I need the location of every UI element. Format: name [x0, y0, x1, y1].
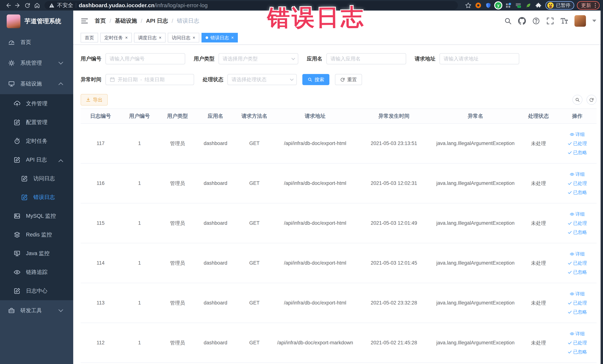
actions-cell: 详细已处理已忽略: [558, 243, 596, 283]
extension-green-y-icon[interactable]: y: [494, 1, 503, 10]
help-icon[interactable]: [532, 17, 540, 25]
calendar-icon: [110, 77, 115, 82]
mark-processed-link[interactable]: 已处理: [568, 220, 587, 226]
breadcrumb-item[interactable]: API 日志: [146, 17, 168, 25]
tab-error-log[interactable]: 错误日志×: [201, 33, 238, 42]
user-type-select[interactable]: [219, 53, 298, 64]
fullscreen-icon[interactable]: [546, 17, 554, 25]
sidebar-item-error-log[interactable]: 错误日志: [0, 188, 73, 207]
sidebar-item-dev-tools[interactable]: 研发工具: [0, 300, 73, 321]
mark-ignored-link[interactable]: 已忽略: [568, 269, 587, 275]
exception-cell: java.lang.IllegalArgumentException: [432, 203, 519, 243]
browser-menu-icon[interactable]: [593, 3, 597, 8]
app-name-input[interactable]: [331, 56, 402, 62]
browser-reload-icon[interactable]: [23, 1, 32, 10]
security-warning-icon[interactable]: [49, 3, 55, 8]
sidebar-item-tracing[interactable]: 链路追踪: [0, 263, 73, 282]
mark-ignored-link[interactable]: 已忽略: [568, 189, 587, 195]
request-url-cell: /api/infra/db-doc/export-html: [274, 124, 356, 163]
time-cell: 2021-05-02 21:45:28: [356, 323, 432, 363]
sidebar-item-java-monitor[interactable]: Java 监控: [0, 244, 73, 263]
search-icon[interactable]: [504, 17, 512, 25]
sidebar-item-mysql-monitor[interactable]: MySQL 监控: [0, 207, 73, 225]
breadcrumb-item[interactable]: 首页: [95, 17, 106, 25]
status-cell: 未处理: [519, 124, 558, 163]
page-scrollbar[interactable]: [601, 11, 603, 364]
user-id-input[interactable]: [110, 56, 181, 62]
sidebar-item-redis-monitor[interactable]: Redis 监控: [0, 225, 73, 244]
detail-link[interactable]: 详细: [570, 331, 585, 337]
sidebar-item-config-manage[interactable]: 配置管理: [0, 113, 73, 132]
sidebar-item-system[interactable]: 系统管理: [0, 53, 73, 73]
request-url-input[interactable]: [444, 56, 515, 62]
actions-cell: 详细已处理已忽略: [558, 203, 596, 243]
tab-cron-job[interactable]: 定时任务×: [100, 33, 132, 42]
process-status-select[interactable]: [227, 74, 297, 85]
sidebar-item-api-log[interactable]: API 日志: [0, 150, 73, 169]
sidebar-item-access-log[interactable]: 访问日志: [0, 169, 73, 188]
refresh-button[interactable]: [587, 95, 596, 105]
sidebar-item-infra[interactable]: 基础设施: [0, 73, 73, 94]
mark-processed-link[interactable]: 已处理: [568, 140, 587, 146]
extension-leaf-icon[interactable]: [524, 1, 533, 10]
detail-link[interactable]: 详细: [570, 291, 585, 297]
user-avatar[interactable]: [574, 15, 586, 27]
sidebar-item-log-center[interactable]: 日志中心: [0, 282, 73, 300]
detail-link[interactable]: 详细: [570, 131, 585, 137]
close-icon[interactable]: ×: [159, 35, 162, 40]
detail-link[interactable]: 详细: [570, 251, 585, 257]
url-text[interactable]: dashboard.yudao.iocoder.cn/infra/log/api…: [79, 2, 208, 9]
export-button[interactable]: 导出: [81, 94, 108, 106]
mark-processed-link[interactable]: 已处理: [568, 180, 587, 186]
exception-time-range-picker[interactable]: 开始日期 - 结束日期: [105, 74, 194, 85]
table-toolbar: 导出: [81, 94, 596, 106]
mark-ignored-link[interactable]: 已忽略: [568, 349, 587, 355]
avatar-caret-icon[interactable]: [592, 20, 596, 22]
mark-processed-link[interactable]: 已处理: [568, 260, 587, 266]
close-icon[interactable]: ×: [193, 35, 195, 40]
sidebar-item-home[interactable]: 首页: [0, 32, 73, 53]
detail-link[interactable]: 详细: [570, 211, 585, 217]
sidebar-item-file-manage[interactable]: 文件管理: [0, 94, 73, 113]
sidebar-toggle-icon[interactable]: [81, 17, 88, 25]
reset-button[interactable]: 重置: [335, 74, 362, 85]
security-label[interactable]: 不安全: [57, 2, 73, 9]
app-logo[interactable]: 芋道管理系统: [0, 11, 73, 32]
user-type-select-input[interactable]: [223, 56, 294, 62]
tab-schedule-log[interactable]: 调度日志×: [134, 33, 165, 42]
mark-processed-link[interactable]: 已处理: [568, 300, 587, 306]
detail-link[interactable]: 详细: [570, 171, 585, 177]
search-button[interactable]: 搜索: [302, 74, 329, 85]
table-row: 1161管理员dashboardGET/api/infra/db-doc/exp…: [81, 163, 596, 203]
gauge-icon: [8, 39, 15, 46]
close-icon[interactable]: ×: [125, 35, 128, 40]
update-chip[interactable]: 更新: [577, 1, 600, 10]
browser-home-icon[interactable]: [32, 1, 42, 10]
mark-ignored-link[interactable]: 已忽略: [568, 309, 587, 315]
extensions-puzzle-icon[interactable]: [534, 1, 543, 10]
profile-paused-chip[interactable]: 已暂停: [545, 1, 574, 10]
breadcrumb-item[interactable]: 基础设施: [115, 17, 137, 25]
browser-forward-icon[interactable]: [13, 1, 23, 10]
mark-ignored-link[interactable]: 已忽略: [568, 150, 587, 156]
sidebar-item-cron-job[interactable]: 定时任务: [0, 132, 73, 150]
bookmark-star-icon[interactable]: [464, 1, 473, 10]
extension-on-badge-icon[interactable]: on: [514, 1, 523, 10]
github-icon[interactable]: [518, 17, 526, 25]
breadcrumb-current: 错误日志: [177, 17, 199, 25]
toggle-search-button[interactable]: [572, 95, 582, 105]
tab-home[interactable]: 首页: [81, 33, 98, 42]
mark-ignored-link[interactable]: 已忽略: [568, 229, 587, 235]
address-bar[interactable]: 不安全 dashboard.yudao.iocoder.cn/infra/log…: [45, 1, 458, 10]
process-status-select-input[interactable]: [232, 77, 293, 82]
detail-link-label: 详细: [575, 251, 585, 257]
extension-shield-icon[interactable]: [484, 1, 493, 10]
mark-processed-link[interactable]: 已处理: [568, 340, 587, 346]
browser-back-icon[interactable]: [3, 1, 13, 10]
font-size-icon[interactable]: [560, 17, 568, 25]
extension-grid-icon[interactable]: [504, 1, 513, 10]
tab-access-log[interactable]: 访问日志×: [168, 33, 199, 42]
close-icon[interactable]: ×: [231, 35, 234, 40]
extension-orange-icon[interactable]: [474, 1, 483, 10]
breadcrumb-separator: /: [172, 18, 173, 24]
